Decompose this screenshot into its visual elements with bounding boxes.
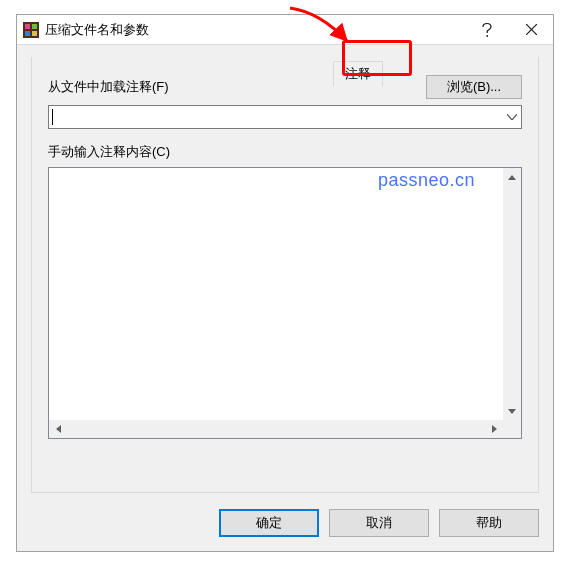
scrollbar-vertical[interactable] [503,168,521,420]
tab-panel-comment: 从文件中加载注释(F) 浏览(B)... 手动输入注释内容(C) [31,57,539,493]
comment-textarea-wrap [48,167,522,439]
ok-button[interactable]: 确定 [219,509,319,537]
help-button[interactable] [465,15,509,45]
scrollbar-corner [503,420,521,438]
svg-rect-2 [32,24,37,29]
row-load-from-file: 从文件中加载注释(F) 浏览(B)... [48,75,522,99]
ok-button-label: 确定 [256,514,282,532]
svg-rect-4 [32,31,37,36]
cancel-button-label: 取消 [366,514,392,532]
help-button-label: 帮助 [476,514,502,532]
file-combo[interactable] [48,105,522,129]
help-button-bottom[interactable]: 帮助 [439,509,539,537]
text-cursor [52,109,53,125]
svg-rect-3 [25,31,30,36]
label-load-from-file: 从文件中加载注释(F) [48,78,169,96]
comment-textarea[interactable] [49,168,503,420]
scrollbar-horizontal[interactable] [49,420,503,438]
app-icon [23,22,39,38]
svg-point-5 [486,35,488,37]
tab-label: 注释 [345,66,371,81]
titlebar: 压缩文件名和参数 [17,15,553,45]
scroll-up-icon[interactable] [503,168,521,186]
label-manual-input: 手动输入注释内容(C) [48,143,522,161]
dialog-buttons: 确定 取消 帮助 [219,509,539,537]
close-button[interactable] [509,15,553,45]
browse-button[interactable]: 浏览(B)... [426,75,522,99]
browse-button-label: 浏览(B)... [447,78,501,96]
chevron-down-icon[interactable] [503,106,521,128]
scroll-down-icon[interactable] [503,402,521,420]
svg-rect-1 [25,24,30,29]
file-combo-input[interactable] [49,106,521,128]
scroll-left-icon[interactable] [49,420,67,438]
dialog-window: 压缩文件名和参数 常规 高级 选项 文件 备份 时间 注释 从文件中加载注释(F… [16,14,554,552]
scroll-right-icon[interactable] [485,420,503,438]
window-title: 压缩文件名和参数 [45,21,465,39]
tab-comment[interactable]: 注释 [333,61,383,87]
cancel-button[interactable]: 取消 [329,509,429,537]
